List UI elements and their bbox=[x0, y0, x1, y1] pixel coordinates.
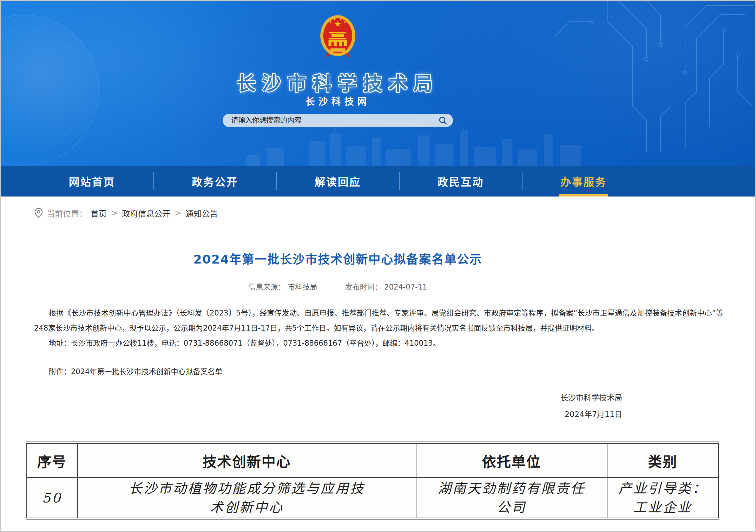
active-tab-indicator bbox=[559, 194, 608, 197]
cell-category-text: 产业引导类：工业企业 bbox=[616, 479, 709, 517]
breadcrumb-link-notices[interactable]: 通知公告 bbox=[186, 207, 218, 219]
attachment-link[interactable]: 附件：2024年第一批长沙市技术创新中心拟备案名单 bbox=[34, 366, 722, 376]
search-button[interactable] bbox=[438, 116, 447, 125]
breadcrumb: 当前位置： 首页 > 政府信息公开 > 通知公告 bbox=[34, 207, 722, 219]
article-paragraph-2: 地址：长沙市政府一办公楼11楼，电话：0731-88668071（监督处），07… bbox=[34, 336, 723, 351]
column-header-index: 序号 bbox=[26, 444, 78, 478]
location-pin-icon bbox=[34, 208, 43, 218]
svg-text:★: ★ bbox=[329, 20, 333, 24]
svg-text:★: ★ bbox=[333, 17, 336, 21]
cell-center-name: 长沙市动植物功能成分筛选与应用技术创新中心 bbox=[78, 478, 416, 518]
signature-organization: 长沙市科学技术局 bbox=[34, 390, 622, 406]
search-input[interactable] bbox=[231, 116, 438, 125]
site-subtitle: 长沙科技网 bbox=[31, 95, 645, 107]
cell-organization: 湖南天劲制药有限责任公司 bbox=[416, 478, 607, 518]
article-signature: 长沙市科学技术局 2024年7月11日 bbox=[34, 390, 642, 423]
column-header-center: 技术创新中心 bbox=[78, 444, 416, 478]
main-navigation: 网站首页 政务公开 解读回应 政民互动 办事服务 bbox=[1, 166, 755, 197]
column-header-category: 类别 bbox=[607, 444, 718, 478]
breadcrumb-separator: > bbox=[174, 208, 182, 218]
cell-category: 产业引导类：工业企业 bbox=[607, 478, 718, 518]
publish-date-label: 发布时间： bbox=[345, 283, 382, 291]
search-bar bbox=[223, 114, 453, 127]
source-value: 市科技局 bbox=[288, 283, 317, 291]
publish-date-value: 2024-07-11 bbox=[384, 283, 427, 291]
subtitle-divider-left bbox=[220, 101, 296, 101]
nav-item-interpretation[interactable]: 解读回应 bbox=[276, 166, 399, 197]
cell-organization-text: 湖南天劲制药有限责任公司 bbox=[434, 479, 589, 517]
svg-text:★: ★ bbox=[343, 20, 347, 24]
nav-item-services[interactable]: 办事服务 bbox=[522, 166, 645, 197]
nav-item-interaction[interactable]: 政民互动 bbox=[399, 166, 522, 197]
search-icon bbox=[438, 116, 447, 125]
breadcrumb-label: 当前位置： bbox=[47, 207, 87, 219]
cell-index: 50 bbox=[26, 478, 78, 518]
subtitle-divider-right bbox=[380, 101, 456, 101]
article-paragraph-1: 根据《长沙市技术创新中心管理办法》（长科发〔2023〕5号），经宣传发动、自愿申… bbox=[34, 306, 723, 336]
nav-item-home[interactable]: 网站首页 bbox=[31, 166, 153, 197]
article-body: 根据《长沙市技术创新中心管理办法》（长科发〔2023〕5号），经宣传发动、自愿申… bbox=[34, 306, 723, 351]
scanned-table-image: 序号 技术创新中心 依托单位 类别 50 长沙市动植物功能成分筛选与应用技术创新… bbox=[26, 441, 719, 520]
site-subtitle-text: 长沙科技网 bbox=[305, 94, 370, 108]
nav-item-government-affairs[interactable]: 政务公开 bbox=[153, 166, 276, 197]
site-title: 长沙市科学技术局 bbox=[31, 68, 645, 96]
table-row: 50 长沙市动植物功能成分筛选与应用技术创新中心 湖南天劲制药有限责任公司 产业… bbox=[26, 478, 718, 518]
page-content: 当前位置： 首页 > 政府信息公开 > 通知公告 2024年第一批长沙市技术创新… bbox=[1, 207, 755, 520]
breadcrumb-link-home[interactable]: 首页 bbox=[91, 207, 107, 219]
source-label: 信息来源： bbox=[249, 283, 285, 291]
svg-text:★: ★ bbox=[339, 17, 342, 21]
nav-item-services-label: 办事服务 bbox=[560, 173, 607, 189]
column-header-organization: 依托单位 bbox=[416, 444, 607, 478]
signature-date: 2024年7月11日 bbox=[34, 406, 622, 423]
table-header-row: 序号 技术创新中心 依托单位 类别 bbox=[26, 444, 718, 478]
breadcrumb-link-gov-info[interactable]: 政府信息公开 bbox=[122, 207, 170, 219]
article-title: 2024年第一批长沙市技术创新中心拟备案名单公示 bbox=[34, 250, 642, 267]
page: ★ ★ ★ ★ ★ 长沙市科学技术局 长沙科技网 bbox=[0, 0, 756, 532]
national-emblem-logo: ★ ★ ★ ★ ★ bbox=[319, 14, 356, 62]
article-meta: 信息来源： 市科技局 发布时间： 2024-07-11 bbox=[34, 281, 642, 292]
innovation-center-table: 序号 技术创新中心 依托单位 类别 50 长沙市动植物功能成分筛选与应用技术创新… bbox=[26, 443, 719, 518]
site-banner: ★ ★ ★ ★ ★ 长沙市科学技术局 长沙科技网 bbox=[1, 1, 755, 166]
breadcrumb-separator: > bbox=[110, 208, 118, 218]
cell-center-name-text: 长沙市动植物功能成分筛选与应用技术创新中心 bbox=[124, 479, 370, 517]
